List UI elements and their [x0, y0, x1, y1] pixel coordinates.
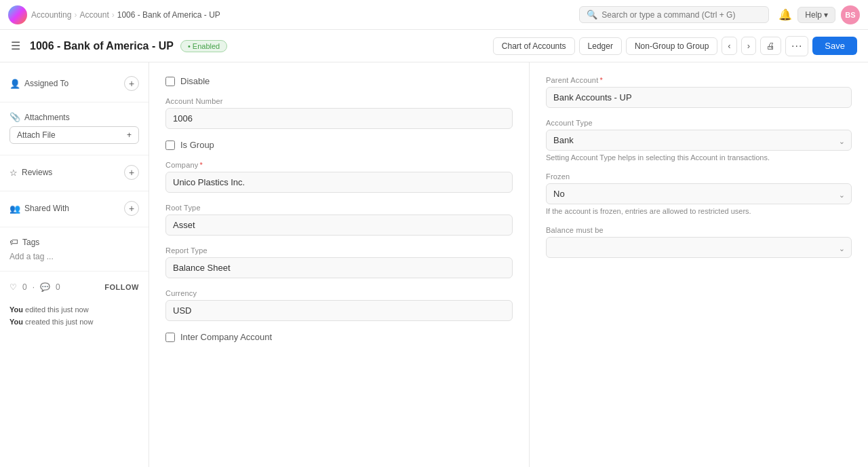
sidebar: 👤 Assigned To + 📎 Attachments Attach Fil…: [0, 62, 149, 467]
form-right: Parent Account* Account Type Bank Settin…: [529, 62, 868, 467]
user-icon: 👤: [9, 79, 20, 89]
balance-must-be-select[interactable]: [546, 237, 852, 258]
root-type-input[interactable]: [165, 214, 513, 236]
top-nav: Accounting › Account › 1006 - Bank of Am…: [0, 0, 868, 30]
notifications-icon[interactable]: 🔔: [778, 8, 792, 21]
account-type-select[interactable]: Bank: [546, 130, 852, 151]
attachments-label: Attachments: [24, 113, 70, 122]
balance-must-be-label: Balance must be: [546, 226, 852, 234]
shared-with-label: Shared With: [24, 204, 69, 213]
frozen-label: Frozen: [546, 172, 852, 181]
breadcrumb-accounting[interactable]: Accounting: [31, 10, 71, 20]
add-shared-with-button[interactable]: +: [124, 201, 139, 216]
next-button[interactable]: ›: [741, 37, 756, 55]
users-icon: 👥: [9, 204, 20, 214]
divider: [0, 102, 149, 102]
currency-field: Currency: [165, 289, 513, 321]
add-tag-link[interactable]: Add a tag ...: [9, 252, 54, 261]
parent-account-label: Parent Account*: [546, 76, 852, 84]
print-button[interactable]: 🖨: [760, 37, 781, 55]
disable-row: Disable: [165, 76, 513, 86]
breadcrumb: Accounting › Account › 1006 - Bank of Am…: [31, 10, 220, 20]
account-number-input[interactable]: [165, 108, 513, 129]
activity-item-1: You edited this just now: [9, 305, 139, 314]
inter-company-row: Inter Company Account: [165, 332, 513, 342]
root-type-field: Root Type: [165, 204, 513, 236]
account-type-label: Account Type: [546, 119, 852, 127]
is-group-row: Is Group: [165, 140, 513, 150]
tag-icon: 🏷: [9, 237, 18, 247]
company-input[interactable]: [165, 172, 513, 193]
shared-with-section: 👥 Shared With +: [0, 195, 149, 223]
balance-must-be-field: Balance must be: [546, 226, 852, 258]
disable-checkbox[interactable]: [165, 77, 175, 86]
currency-input[interactable]: [165, 300, 513, 321]
assigned-to-section: 👤 Assigned To +: [0, 71, 149, 98]
add-assigned-to-button[interactable]: +: [124, 76, 139, 91]
is-group-label[interactable]: Is Group: [180, 140, 214, 150]
root-type-label: Root Type: [165, 204, 513, 212]
search-input[interactable]: [601, 10, 762, 20]
attachments-section: 📎 Attachments Attach File +: [0, 107, 149, 151]
account-type-help: Setting Account Type helps in selecting …: [546, 153, 852, 162]
breadcrumb-current: 1006 - Bank of America - UP: [117, 10, 220, 20]
header-actions: Chart of Accounts Ledger Non-Group to Gr…: [493, 36, 857, 56]
inter-company-checkbox[interactable]: [165, 333, 175, 342]
frozen-field: Frozen No If the account is frozen, entr…: [546, 172, 852, 215]
save-button[interactable]: Save: [812, 37, 857, 55]
divider-4: [0, 227, 149, 227]
report-type-input[interactable]: [165, 257, 513, 278]
parent-account-input[interactable]: [546, 87, 852, 108]
nav-icons: 🔔 Help ▾ BS: [778, 5, 860, 24]
account-number-field: Account Number: [165, 97, 513, 129]
activity-log: You edited this just now You created thi…: [0, 299, 149, 334]
company-label: Company*: [165, 161, 513, 169]
activity-item-2: You created this just now: [9, 318, 139, 326]
follow-button[interactable]: FOLLOW: [104, 283, 139, 291]
previous-button[interactable]: ‹: [722, 37, 736, 55]
breadcrumb-account[interactable]: Account: [79, 10, 108, 20]
more-options-button[interactable]: ···: [785, 36, 808, 56]
sidebar-toggle-icon[interactable]: ☰: [11, 39, 20, 52]
add-review-button[interactable]: +: [124, 165, 139, 180]
page-header: ☰ 1006 - Bank of America - UP • Enabled …: [0, 30, 868, 62]
likes-count: 0: [22, 282, 27, 292]
attach-file-button[interactable]: Attach File +: [9, 126, 139, 144]
divider-3: [0, 191, 149, 191]
account-type-select-wrapper: Bank: [546, 130, 852, 151]
disable-label[interactable]: Disable: [180, 76, 210, 86]
plus-icon: +: [127, 130, 132, 140]
reviews-section: ☆ Reviews +: [0, 160, 149, 187]
app-logo: [8, 5, 27, 24]
frozen-select[interactable]: No: [546, 183, 852, 204]
report-type-field: Report Type: [165, 246, 513, 278]
page-title: 1006 - Bank of America - UP: [30, 40, 174, 52]
frozen-select-wrapper: No: [546, 183, 852, 204]
parent-account-field: Parent Account*: [546, 76, 852, 108]
account-type-field: Account Type Bank Setting Account Type h…: [546, 119, 852, 162]
avatar[interactable]: BS: [841, 5, 860, 24]
currency-label: Currency: [165, 289, 513, 297]
company-field: Company*: [165, 161, 513, 193]
assigned-to-label: Assigned To: [24, 79, 68, 88]
is-group-checkbox[interactable]: [165, 141, 175, 150]
non-group-to-group-button[interactable]: Non-Group to Group: [626, 37, 717, 55]
star-icon: ☆: [9, 168, 18, 178]
form-left: Disable Account Number Is Group Company*: [149, 62, 529, 467]
account-number-label: Account Number: [165, 97, 513, 105]
comments-count: 0: [56, 282, 60, 292]
divider-5: [0, 271, 149, 272]
search-bar[interactable]: 🔍: [579, 6, 769, 23]
reviews-label: Reviews: [22, 168, 52, 177]
paperclip-icon: 📎: [9, 112, 20, 122]
comment-icon: 💬: [40, 282, 50, 292]
content-area: Disable Account Number Is Group Company*: [149, 62, 868, 467]
help-button[interactable]: Help ▾: [797, 7, 835, 23]
ledger-button[interactable]: Ledger: [579, 37, 622, 55]
sidebar-footer: ♡ 0 · 💬 0 FOLLOW: [0, 276, 149, 299]
status-badge: • Enabled: [180, 40, 227, 52]
divider-2: [0, 155, 149, 155]
inter-company-label[interactable]: Inter Company Account: [180, 332, 272, 342]
tags-label: Tags: [22, 238, 39, 247]
chart-of-accounts-button[interactable]: Chart of Accounts: [493, 37, 575, 55]
